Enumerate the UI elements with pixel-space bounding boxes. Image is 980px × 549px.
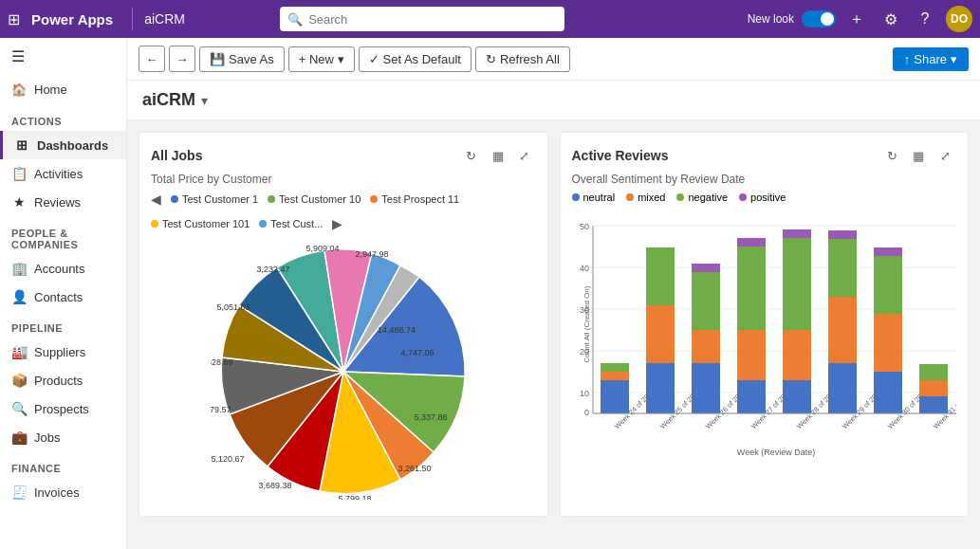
pie-chart-svg: 14,488.74 5,337.86 3,261.50 5,799.18 3,6… bbox=[211, 244, 476, 500]
active-reviews-expand-icon[interactable]: ⤢ bbox=[934, 144, 956, 167]
pie-label-4: 3,689.38 bbox=[258, 481, 291, 490]
active-reviews-refresh-icon[interactable]: ↻ bbox=[880, 144, 903, 167]
bar-neutral-4 bbox=[783, 380, 811, 413]
contacts-label: Contacts bbox=[34, 290, 83, 304]
hamburger-icon[interactable]: ☰ bbox=[0, 38, 126, 75]
bar-mixed-6 bbox=[874, 314, 902, 372]
all-jobs-table-icon[interactable]: ▦ bbox=[487, 144, 509, 167]
back-button[interactable]: ← bbox=[139, 46, 165, 72]
bar-chart-svg: 50 40 30 20 10 0 Count All (Created On) bbox=[572, 210, 957, 457]
bar-negative-3 bbox=[737, 247, 766, 330]
all-jobs-refresh-icon[interactable]: ↻ bbox=[460, 144, 483, 167]
dashboards-icon: ⊞ bbox=[14, 137, 29, 153]
pie-label-8: 5,051.63 bbox=[216, 302, 250, 312]
all-jobs-card-header: All Jobs ↻ ▦ ⤢ bbox=[151, 144, 536, 167]
y-label-50: 50 bbox=[579, 222, 588, 231]
add-icon[interactable]: ＋ bbox=[843, 6, 870, 32]
jobs-label: Jobs bbox=[34, 430, 60, 445]
accounts-label: Accounts bbox=[34, 262, 84, 276]
avatar[interactable]: DO bbox=[946, 6, 972, 32]
sidebar-item-accounts[interactable]: 🏢 Accounts bbox=[0, 254, 126, 283]
share-chevron-icon: ▾ bbox=[951, 52, 957, 66]
bar-positive-2 bbox=[692, 264, 720, 272]
settings-icon[interactable]: ⚙ bbox=[878, 6, 904, 32]
active-reviews-card: Active Reviews ↻ ▦ ⤢ Overall Sentiment b… bbox=[560, 132, 970, 517]
products-label: Products bbox=[34, 374, 83, 388]
pie-label-10: 5,909.04 bbox=[305, 244, 339, 253]
new-look-label: New look bbox=[748, 12, 794, 26]
pie-label-0: 14,488.74 bbox=[378, 325, 416, 335]
all-jobs-pie-chart: 14,488.74 5,337.86 3,261.50 5,799.18 3,6… bbox=[151, 239, 536, 504]
new-button[interactable]: + New ▾ bbox=[288, 46, 355, 72]
page-title-chevron-icon[interactable]: ▾ bbox=[201, 93, 208, 108]
y-label-0: 0 bbox=[583, 408, 588, 417]
bar-neutral-0 bbox=[601, 380, 629, 413]
legend-item-2: Test Prospect 11 bbox=[370, 193, 459, 205]
sidebar-item-suppliers[interactable]: 🏭 Suppliers bbox=[0, 338, 126, 366]
all-jobs-expand-icon[interactable]: ⤢ bbox=[513, 144, 536, 167]
pie-label-12: 4,747.06 bbox=[400, 348, 434, 357]
sidebar-item-activities[interactable]: 📋 Activities bbox=[0, 159, 126, 188]
search-box[interactable]: 🔍 bbox=[280, 7, 564, 31]
bar-negative-0 bbox=[601, 363, 629, 372]
save-as-label: Save As bbox=[229, 52, 274, 66]
sidebar-item-reviews[interactable]: ★ Reviews bbox=[0, 188, 126, 216]
topbar: ⊞ Power Apps aiCRM 🔍 New look ＋ ⚙ ? DO bbox=[0, 0, 980, 38]
neutral-dot bbox=[572, 193, 580, 201]
legend-item-3: Test Customer 101 bbox=[151, 218, 250, 229]
sidebar-item-jobs[interactable]: 💼 Jobs bbox=[0, 423, 126, 451]
share-button[interactable]: ↑ Share ▾ bbox=[893, 47, 969, 71]
pie-label-6: 4,579.57 bbox=[211, 405, 231, 414]
section-people: People & Companies bbox=[0, 216, 126, 254]
sentiment-legend: neutral mixed negative positive bbox=[572, 192, 957, 203]
topbar-divider bbox=[132, 8, 133, 30]
sidebar-item-products[interactable]: 📦 Products bbox=[0, 366, 126, 394]
forward-button[interactable]: → bbox=[169, 46, 195, 72]
active-reviews-table-icon[interactable]: ▦ bbox=[907, 144, 930, 167]
new-chevron-icon: ▾ bbox=[338, 52, 344, 66]
legend-label-4: Test Cust... bbox=[270, 218, 323, 229]
bar-negative-6 bbox=[874, 256, 902, 314]
sentiment-neutral: neutral bbox=[572, 192, 616, 203]
module-name: aiCRM bbox=[144, 11, 185, 27]
search-icon: 🔍 bbox=[287, 12, 303, 27]
legend-item-4: Test Cust... bbox=[259, 218, 323, 229]
grid-icon[interactable]: ⊞ bbox=[8, 10, 20, 28]
save-as-button[interactable]: 💾 Save As bbox=[199, 46, 285, 72]
legend-label-3: Test Customer 101 bbox=[162, 218, 250, 229]
sidebar-item-dashboards[interactable]: ⊞ Dashboards bbox=[0, 131, 126, 159]
help-icon[interactable]: ? bbox=[912, 6, 938, 32]
bar-week-31: Week 31 of 2024 bbox=[919, 364, 957, 430]
topbar-right: New look ＋ ⚙ ? DO bbox=[748, 6, 972, 32]
set-default-label: ✓ Set As Default bbox=[369, 52, 461, 66]
pie-label-3: 5,799.18 bbox=[338, 494, 371, 500]
toggle-knob bbox=[821, 12, 834, 26]
legend-next-icon[interactable]: ▶ bbox=[332, 216, 342, 231]
legend-prev-icon[interactable]: ◀ bbox=[151, 192, 161, 207]
bar-positive-4 bbox=[783, 229, 811, 238]
bar-negative-7 bbox=[919, 364, 948, 380]
prospects-icon: 🔍 bbox=[11, 401, 27, 416]
new-look-toggle[interactable] bbox=[802, 10, 836, 27]
sidebar-home[interactable]: 🏠 Home bbox=[0, 75, 126, 104]
search-input[interactable] bbox=[308, 12, 557, 27]
refresh-button[interactable]: ↻ Refresh All bbox=[475, 46, 570, 72]
suppliers-icon: 🏭 bbox=[11, 344, 27, 359]
y-label-10: 10 bbox=[579, 389, 588, 398]
set-as-default-button[interactable]: ✓ Set As Default bbox=[359, 46, 472, 72]
sentiment-mixed: mixed bbox=[626, 192, 665, 203]
sentiment-negative: negative bbox=[676, 192, 728, 203]
all-jobs-legend: ◀ Test Customer 1 Test Customer 10 Test … bbox=[151, 192, 536, 231]
legend-label-0: Test Customer 1 bbox=[182, 193, 258, 205]
negative-dot bbox=[676, 193, 684, 201]
legend-label-2: Test Prospect 11 bbox=[381, 193, 459, 205]
legend-item-0: Test Customer 1 bbox=[171, 193, 258, 205]
sidebar-item-invoices[interactable]: 🧾 Invoices bbox=[0, 478, 126, 506]
legend-dot-1 bbox=[268, 195, 275, 203]
active-reviews-subtitle: Overall Sentiment by Review Date bbox=[572, 173, 957, 186]
page-title: aiCRM bbox=[142, 90, 195, 110]
bar-negative-5 bbox=[828, 239, 857, 297]
sidebar-item-contacts[interactable]: 👤 Contacts bbox=[0, 283, 126, 311]
positive-label: positive bbox=[750, 192, 786, 203]
sidebar-item-prospects[interactable]: 🔍 Prospects bbox=[0, 394, 126, 423]
